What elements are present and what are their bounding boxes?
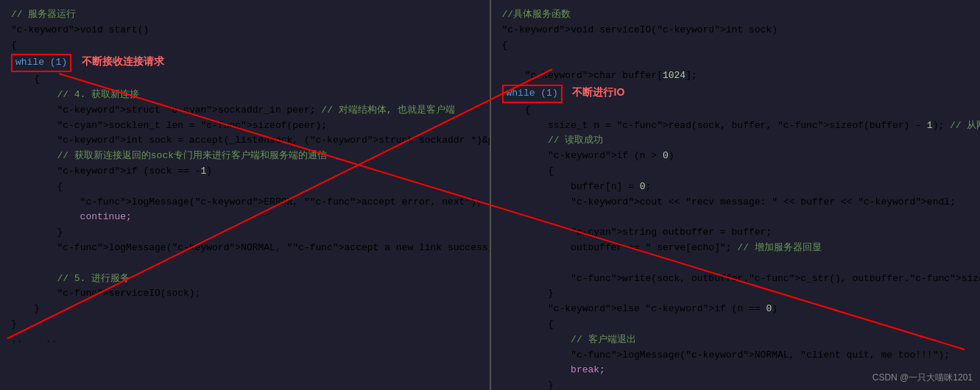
code-line xyxy=(11,256,479,272)
code-line: "c-cyan">socklen_t len = "c-func">sizeof… xyxy=(11,118,479,134)
code-line: while (1) 不断进行IO xyxy=(502,84,970,103)
code-line: // 4. 获取新连接 xyxy=(11,88,479,103)
code-line: { xyxy=(11,180,479,195)
code-line: "c-func">logMessage("c-keyword">NORMAL, … xyxy=(502,348,970,364)
while-box: while (1) xyxy=(502,85,563,103)
left-code-panel: // 服务器运行"c-keyword">void start(){while (… xyxy=(0,0,491,390)
code-line: outbuffer += " serve[echo]"; // 增加服务器回显 xyxy=(502,241,970,256)
code-line: // 服务器运行 xyxy=(11,7,479,23)
code-line: "c-func">logMessage("c-keyword">NORMAL, … xyxy=(11,241,479,256)
code-line: .. .. xyxy=(11,333,479,348)
code-line: // 读取成功 xyxy=(502,133,970,149)
right-code-panel: //具体服务函数"c-keyword">void serviceIO("c-ke… xyxy=(491,0,981,390)
code-line: // 客户端退出 xyxy=(502,333,970,348)
code-line: "c-keyword">else "c-keyword">if (n == 0) xyxy=(502,302,970,317)
code-line: "c-keyword">void start() xyxy=(11,23,479,38)
code-line: } xyxy=(502,286,970,302)
code-line: "c-func">serviceIO(sock); xyxy=(11,286,479,302)
code-line xyxy=(502,210,970,225)
code-line: //具体服务函数 xyxy=(502,7,970,23)
code-line: // 获取新连接返回的sock专门用来进行客户端和服务端的通信 xyxy=(11,149,479,164)
code-line: { xyxy=(11,72,479,88)
code-line: } xyxy=(11,317,479,333)
code-line: ssize_t n = "c-func">read(sock, buffer, … xyxy=(502,118,970,134)
annotation-text: 不断接收连接请求 xyxy=(76,55,164,67)
code-line: "c-keyword">struct "c-cyan">sockaddr_in … xyxy=(11,103,479,118)
code-line: { xyxy=(502,103,970,118)
code-line: { xyxy=(502,317,970,333)
code-line: } xyxy=(11,225,479,241)
code-line xyxy=(502,256,970,272)
code-line: { xyxy=(502,164,970,180)
code-line: } xyxy=(11,302,479,317)
code-line: buffer[n] = 0; xyxy=(502,180,970,195)
code-line: "c-keyword">if (n > 0) xyxy=(502,149,970,164)
code-line: "c-cyan">string outbuffer = buffer; xyxy=(502,225,970,241)
code-line: "c-keyword">cout << "recv message: " << … xyxy=(502,195,970,210)
code-line: while (1) 不断接收连接请求 xyxy=(11,53,479,72)
code-line: continue; xyxy=(11,210,479,225)
while-box: while (1) xyxy=(11,54,71,72)
code-line xyxy=(502,53,970,68)
watermark: CSDN @一只大喵咪1201 xyxy=(873,372,973,384)
annotation-text: 不断进行IO xyxy=(567,86,625,98)
code-line: "c-func">logMessage("c-keyword">ERROR, "… xyxy=(11,195,479,210)
code-line: "c-keyword">void serviceIO("c-keyword">i… xyxy=(502,23,970,38)
code-line: "c-keyword">int sock = accept(_listensoc… xyxy=(11,133,479,149)
code-line: "c-keyword">if (sock == -1) xyxy=(11,164,479,180)
code-line: "c-func">write(sock, outbuffer."c-func">… xyxy=(502,272,970,287)
code-line: "c-keyword">char buffer[1024]; xyxy=(502,68,970,84)
code-line: // 5. 进行服务 xyxy=(11,272,479,287)
code-line: { xyxy=(502,38,970,54)
code-line: { xyxy=(11,38,479,54)
